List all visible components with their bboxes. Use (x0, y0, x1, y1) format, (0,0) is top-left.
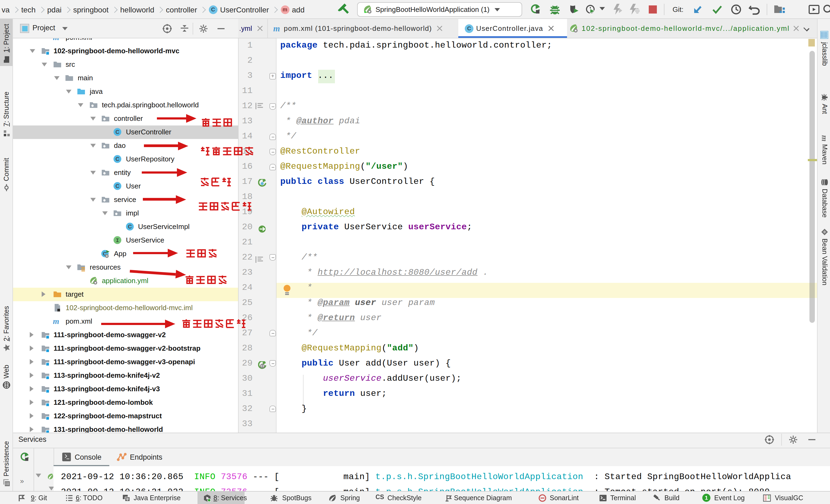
svg-text:I: I (116, 237, 119, 244)
svg-text:C: C (116, 156, 119, 162)
svg-text:C: C (116, 183, 119, 189)
svg-text:C: C (128, 224, 131, 230)
svg-text:C: C (116, 129, 119, 135)
